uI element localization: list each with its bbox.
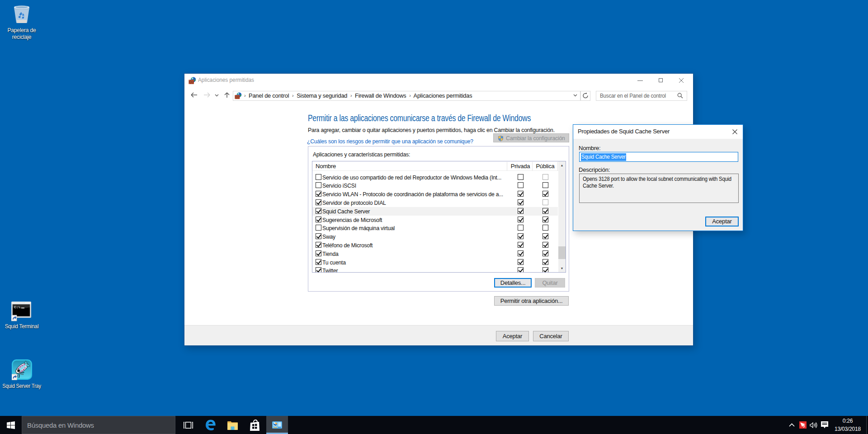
svg-text:C:\: C:\ — [14, 305, 21, 309]
